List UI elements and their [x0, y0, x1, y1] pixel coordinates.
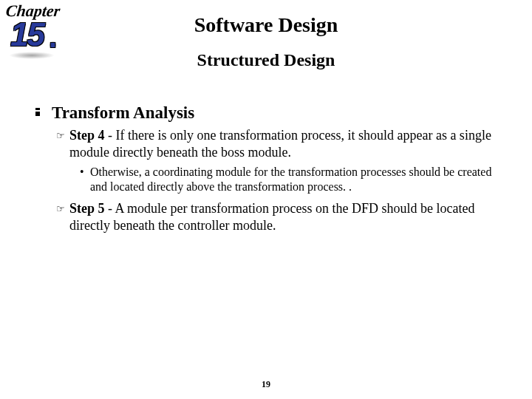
step-text: - If there is only one transformation pr…: [69, 128, 491, 160]
sub-title: Structured Design: [0, 50, 532, 70]
chapter-number: 15: [10, 16, 44, 53]
hand-bullet-icon: ☞: [56, 130, 65, 142]
hand-bullet-icon: ☞: [56, 203, 65, 215]
step-subtext: Otherwise, a coordinating module for the…: [90, 166, 491, 193]
step-label: Step 4: [69, 128, 105, 143]
section-heading-text: Transform Analysis: [52, 103, 194, 122]
title-block: Software Design Structured Design: [0, 0, 532, 70]
step-item: ☞ Step 4 - If there is only one transfor…: [69, 127, 495, 160]
step-subitem: • Otherwise, a coordinating module for t…: [90, 165, 495, 194]
section-heading: Transform Analysis: [52, 103, 495, 123]
step-item: ☞ Step 5 - A module per transformation p…: [69, 200, 495, 233]
dot-bullet-icon: •: [80, 165, 84, 180]
main-title: Software Design: [0, 13, 532, 37]
step-label: Step 5: [69, 201, 105, 216]
chapter-shadow: [9, 52, 55, 59]
step-text: - A module per transformation process on…: [69, 201, 474, 233]
content-area: Transform Analysis ☞ Step 4 - If there i…: [52, 103, 495, 238]
chapter-badge: Chapter 15 .: [1, 1, 68, 68]
slide: Chapter 15 . Software Design Structured …: [0, 0, 532, 399]
square-bullet-icon: [35, 112, 40, 116]
page-number: 19: [0, 379, 532, 390]
chapter-dot: .: [49, 21, 57, 54]
